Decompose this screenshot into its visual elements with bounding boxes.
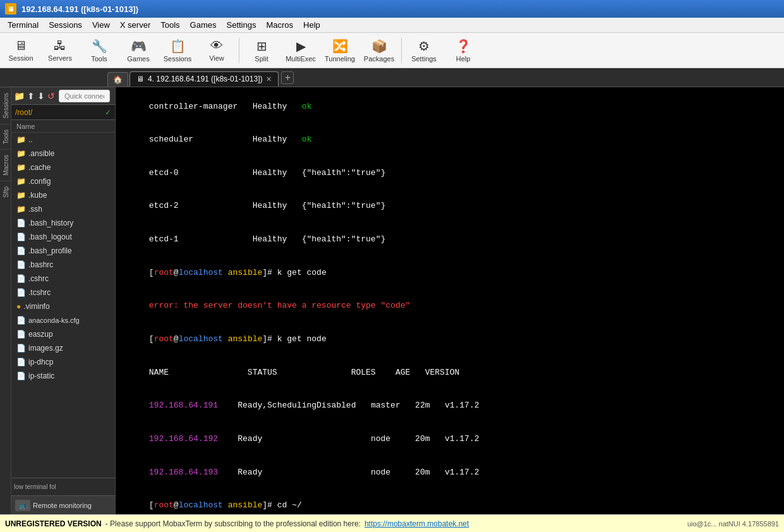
toolbar-session[interactable]: 🖥 Session (3, 35, 39, 66)
toolbar-settings-label: Settings (411, 55, 437, 63)
toolbar-settings[interactable]: ⚙ Settings (406, 35, 442, 66)
menu-games[interactable]: Games (185, 19, 222, 31)
file-name: .bash_logout (28, 233, 72, 241)
file-item-anaconda[interactable]: 📄 anaconda-ks.cfg (11, 313, 115, 327)
file-list[interactable]: 📁 .. 📁 .ansible 📁 .cache 📁 .config 📁 .ku… (11, 133, 115, 478)
side-labels: Sessions Tools Macros Sftp (0, 87, 11, 514)
viminfo-icon: ● (16, 302, 21, 311)
file-item-config[interactable]: 📁 .config (11, 174, 115, 188)
toolbar-view[interactable]: 👁 View (198, 35, 235, 66)
file-panel-icon3[interactable]: ⬇ (37, 91, 45, 101)
toolbar-view-label: View (209, 54, 224, 62)
toolbar-packages[interactable]: 📦 Packages (361, 35, 397, 66)
folder-icon: 📁 (16, 177, 26, 186)
file-panel-icon2[interactable]: ⬆ (27, 91, 35, 101)
file-icon: 📄 (16, 288, 26, 297)
toolbar-session-label: Session (8, 54, 33, 62)
toolbar-games[interactable]: 🎮 Games (120, 35, 157, 66)
file-item-images[interactable]: 📄 images.gz (11, 341, 115, 355)
menu-xserver[interactable]: X server (115, 19, 155, 31)
toolbar-servers[interactable]: 🖧 Servers (42, 35, 78, 66)
file-name: images.gz (28, 344, 63, 353)
terminal-line: NAME STATUS ROLES AGE VERSION (119, 356, 780, 389)
side-label-macros[interactable]: Macros (0, 149, 11, 181)
file-item-viminfo[interactable]: ● .viminfo (11, 299, 115, 313)
tab-close-button[interactable]: ✕ (266, 75, 272, 83)
file-panel-icon1[interactable]: 📁 (14, 91, 25, 101)
file-icon: 📄 (16, 219, 26, 227)
side-label-sessions[interactable]: Sessions (0, 87, 11, 124)
status-link[interactable]: https://mobaxterm.mobatek.net (365, 519, 469, 528)
session-icon: 🖥 (15, 39, 27, 53)
folder-icon: 📁 (16, 149, 26, 158)
terminal-line: 192.168.64.192 Ready node 20m v1.17.2 (119, 422, 780, 456)
terminal-line: etcd-1 Healthy {"health":"true"} (119, 223, 780, 257)
file-item-ip-static[interactable]: 📄 ip-static (11, 369, 115, 383)
low-terminal-text: low terminal fol (14, 483, 56, 490)
file-item-ip-dhcp[interactable]: 📄 ip-dhcp (11, 355, 115, 369)
file-item-tcshrc[interactable]: 📄 .tcshrc (11, 286, 115, 299)
menu-macros[interactable]: Macros (261, 19, 298, 31)
toolbar-tunneling[interactable]: 🔀 Tunneling (322, 35, 358, 66)
toolbar-tools[interactable]: 🔧 Tools (81, 35, 118, 66)
tab-active-session[interactable]: 🖥 4. 192.168.64.191 ([k8s-01-1013]) ✕ (130, 71, 279, 87)
multiexec-icon: ▶ (296, 39, 306, 54)
file-name: .ssh (28, 205, 42, 214)
new-tab-button[interactable]: + (281, 71, 294, 84)
quick-connect-input[interactable] (59, 90, 110, 102)
file-item-bash-logout[interactable]: 📄 .bash_logout (11, 230, 115, 244)
toolbar-multiexec[interactable]: ▶ MultiExec (282, 35, 319, 66)
file-item-bashrc[interactable]: 📄 .bashrc (11, 258, 115, 272)
file-item-bash-profile[interactable]: 📄 .bash_profile (11, 244, 115, 258)
terminal-area[interactable]: controller-manager Healthy ok scheduler … (116, 87, 784, 514)
view-icon: 👁 (210, 39, 223, 53)
toolbar-split-label: Split (255, 55, 268, 63)
menu-tools[interactable]: Tools (155, 19, 184, 31)
file-item-kube[interactable]: 📁 .kube (11, 188, 115, 202)
file-item-bash-history[interactable]: 📄 .bash_history (11, 216, 115, 230)
file-item-dotdot[interactable]: 📁 .. (11, 133, 115, 147)
plus-icon: + (285, 72, 291, 83)
file-item-easzup[interactable]: 📄 easzup (11, 327, 115, 341)
terminal-line: [root@localhost ansible]# k get node (119, 322, 780, 356)
file-name: .config (28, 177, 51, 186)
file-icon: 📄 (16, 233, 26, 241)
file-item-cshrc[interactable]: 📄 .cshrc (11, 272, 115, 286)
file-panel-refresh-icon[interactable]: ↺ (47, 91, 55, 101)
menu-view[interactable]: View (87, 19, 115, 31)
terminal-line: controller-manager Healthy ok (119, 90, 780, 123)
terminal-line: [root@localhost ansible]# k get code (119, 256, 780, 289)
file-icon: 📄 (16, 372, 26, 380)
app-icon: 🖥 (5, 3, 16, 15)
toolbar-help-label: Help (456, 55, 471, 63)
file-item-ssh[interactable]: 📁 .ssh (11, 202, 115, 216)
file-icon: 📄 (16, 344, 26, 353)
toolbar-help[interactable]: ❓ Help (445, 35, 481, 66)
menu-terminal[interactable]: Terminal (3, 19, 44, 31)
menu-sessions[interactable]: Sessions (44, 19, 87, 31)
side-label-sftp[interactable]: Sftp (0, 181, 11, 203)
remote-monitoring-button[interactable]: 📺 Remote monitoring (11, 495, 115, 514)
toolbar-split[interactable]: ⊞ Split (243, 35, 280, 66)
servers-icon: 🖧 (54, 39, 66, 53)
menu-help[interactable]: Help (298, 19, 325, 31)
file-panel-path: /root/ ✓ (11, 105, 115, 120)
file-panel-bottom: low terminal fol (11, 478, 115, 495)
file-panel: 📁 ⬆ ⬇ ↺ /root/ ✓ Name 📁 .. 📁 .ansible (11, 87, 116, 514)
tab-home[interactable]: 🏠 (107, 72, 128, 87)
menu-settings[interactable]: Settings (222, 19, 262, 31)
title-bar: 🖥 192.168.64.191 ([k8s-01-1013]) (0, 0, 784, 18)
file-item-ansible[interactable]: 📁 .ansible (11, 147, 115, 160)
side-label-tools[interactable]: Tools (0, 124, 11, 149)
toolbar-sessions[interactable]: 📋 Sessions (159, 35, 196, 66)
file-panel-toolbar: 📁 ⬆ ⬇ ↺ (11, 87, 115, 105)
terminal-line: etcd-2 Healthy {"health":"true"} (119, 190, 780, 223)
menu-bar: Terminal Sessions View X server Tools Ga… (0, 18, 784, 33)
file-item-cache[interactable]: 📁 .cache (11, 160, 115, 174)
file-name: ip-dhcp (28, 358, 53, 366)
toolbar-packages-label: Packages (364, 55, 394, 63)
window-title: 192.168.64.191 ([k8s-01-1013]) (21, 4, 138, 14)
file-icon: 📄 (16, 358, 26, 366)
file-icon: 📄 (16, 316, 26, 325)
toolbar-tunneling-label: Tunneling (325, 55, 355, 63)
